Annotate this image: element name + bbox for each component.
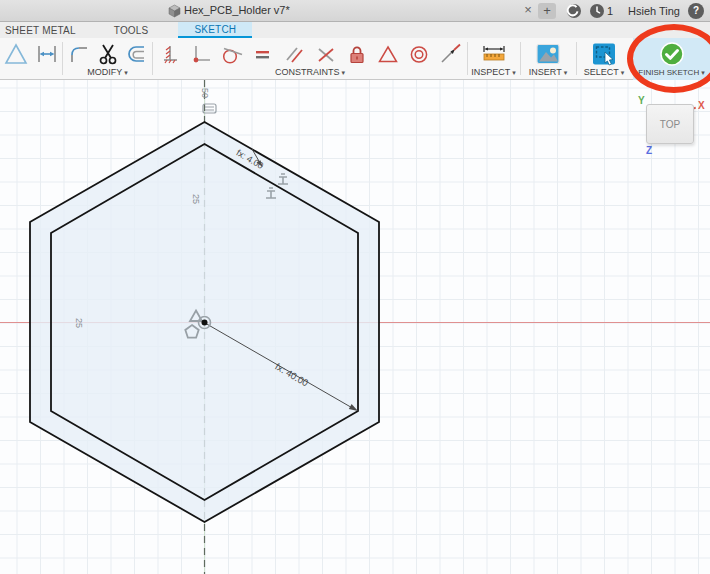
grid-label-25-horizontal: 25 <box>74 318 84 328</box>
sketch-canvas[interactable]: 50 25 25 fx: 4.00 fx: 40.00 Y X Z TOP <box>0 80 710 574</box>
sketch-toolbar: MODIFY▾ <box>0 38 710 80</box>
tab-tools[interactable]: TOOLS <box>102 22 161 38</box>
parallel-constraint-button[interactable] <box>282 42 306 66</box>
new-tab-button[interactable]: + <box>538 3 556 19</box>
viewcube[interactable]: Y X Z TOP <box>636 95 710 157</box>
grid-label-25-vertical: 25 <box>191 194 201 204</box>
notifications-clock-icon[interactable] <box>589 3 605 19</box>
curvature-constraint-button[interactable] <box>438 42 462 66</box>
offset-button[interactable] <box>125 42 149 66</box>
tab-sketch[interactable]: SKETCH <box>178 22 252 38</box>
insert-image-button[interactable] <box>535 42 561 66</box>
polygon-tool-button[interactable] <box>4 42 28 66</box>
modify-label-text: MODIFY <box>87 67 122 77</box>
caret-down-icon: ▾ <box>124 69 128 76</box>
constraints-dropdown[interactable]: CONSTRAINTS▾ <box>154 67 466 77</box>
caret-down-icon: ▾ <box>512 69 516 76</box>
equal-constraint-button[interactable] <box>251 42 275 66</box>
constraints-label-text: CONSTRAINTS <box>275 67 340 77</box>
origin-point[interactable] <box>202 320 208 326</box>
inspect-dropdown[interactable]: INSPECT▾ <box>468 67 519 77</box>
caret-down-icon: ▾ <box>342 69 346 76</box>
notification-count: 1 <box>607 5 613 17</box>
document-cube-icon <box>168 4 181 22</box>
finish-sketch-label-text: FINISH SKETCH <box>638 68 699 77</box>
window-select-button[interactable] <box>591 42 617 66</box>
tab-sheet-metal[interactable]: SHEET METAL <box>0 22 88 38</box>
viewcube-axis-y: Y <box>638 95 645 106</box>
modify-dropdown[interactable]: MODIFY▾ <box>64 67 151 77</box>
viewcube-face-top[interactable]: TOP <box>646 104 694 144</box>
document-tab-title: Hex_PCB_Holder v7* <box>184 4 290 16</box>
finish-sketch-check-icon <box>659 41 685 67</box>
fusion-window: Hex_PCB_Holder v7* × + 1 Hsieh Ting ? SH… <box>0 0 710 574</box>
select-label-text: SELECT <box>584 67 619 77</box>
help-icon[interactable]: ? <box>688 3 704 19</box>
horizontal-vertical-constraint-button[interactable] <box>189 42 213 66</box>
user-name[interactable]: Hsieh Ting <box>628 5 680 17</box>
symmetry-constraint-button[interactable] <box>376 42 400 66</box>
measure-button[interactable] <box>481 42 507 66</box>
fillet-button[interactable] <box>67 42 91 66</box>
perpendicular-constraint-button[interactable] <box>314 42 338 66</box>
fix-unfix-constraint-button[interactable] <box>158 42 182 66</box>
caret-down-icon: ▾ <box>701 69 705 76</box>
job-status-icon[interactable] <box>566 3 582 19</box>
grid-label-50: 50 <box>200 88 210 98</box>
viewcube-axis-z: Z <box>646 145 652 156</box>
ribbon-tab-bar: SHEET METAL TOOLS SKETCH <box>0 22 710 38</box>
sketch-dimension-button[interactable] <box>35 42 59 66</box>
select-dropdown[interactable]: SELECT▾ <box>577 67 631 77</box>
lock-constraint-button[interactable] <box>345 42 369 66</box>
caret-down-icon: ▾ <box>621 69 625 76</box>
titlebar: Hex_PCB_Holder v7* × + 1 Hsieh Ting ? <box>0 0 710 22</box>
inspect-label-text: INSPECT <box>471 67 510 77</box>
caret-down-icon: ▾ <box>564 69 568 76</box>
trim-scissors-button[interactable] <box>96 42 120 66</box>
insert-dropdown[interactable]: INSERT▾ <box>521 67 575 77</box>
viewcube-axis-x: X <box>698 100 705 111</box>
concentric-constraint-button[interactable] <box>407 42 431 66</box>
finish-sketch-dropdown[interactable]: FINISH SKETCH▾ <box>633 68 710 77</box>
close-tab-icon[interactable]: × <box>520 2 536 18</box>
finish-sketch-button[interactable]: FINISH SKETCH▾ <box>633 38 710 80</box>
tangent-constraint-button[interactable] <box>220 42 244 66</box>
insert-label-text: INSERT <box>529 67 562 77</box>
